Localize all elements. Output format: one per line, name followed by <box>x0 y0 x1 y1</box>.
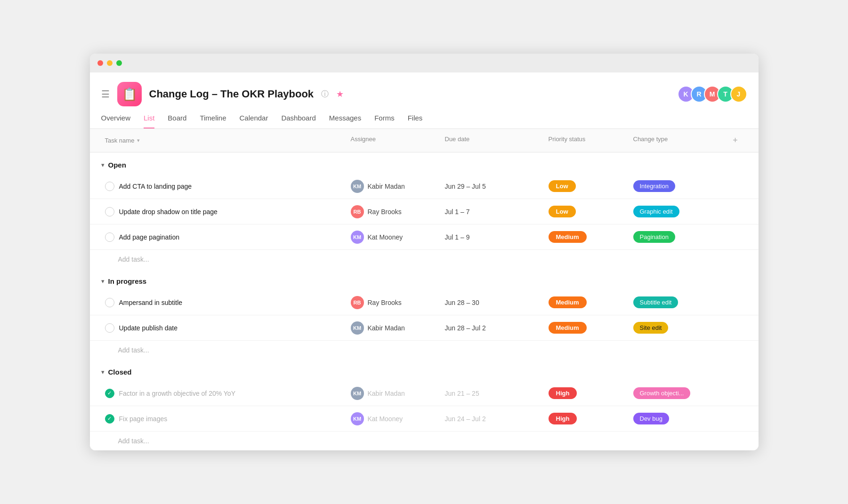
check-icon[interactable] <box>105 207 114 216</box>
assignee-name: Kat Mooney <box>368 415 403 423</box>
tab-list[interactable]: List <box>144 114 154 128</box>
priority-badge: High <box>549 387 577 399</box>
table-row[interactable]: Ampersand in subtitle RB Ray Brooks Jun … <box>90 290 759 315</box>
tab-files[interactable]: Files <box>408 114 423 128</box>
menu-icon[interactable]: ☰ <box>101 88 110 100</box>
assignee-name: Kabir Madan <box>368 324 405 332</box>
section-title: Open <box>108 161 126 169</box>
change-type-cell: Site edit <box>630 318 724 337</box>
minimize-button[interactable] <box>107 60 113 66</box>
section-open: ▾ Open Add CTA to landing page KM Kabir … <box>90 152 759 269</box>
avatar: J <box>730 86 747 103</box>
col-assignee: Assignee <box>347 129 441 152</box>
change-type-badge: Integration <box>633 180 675 192</box>
nav-tabs: Overview List Board Timeline Calendar Da… <box>90 106 759 129</box>
change-type-cell: Integration <box>630 176 724 196</box>
task-name-text: Fix page images <box>119 415 168 423</box>
priority-cell: High <box>545 409 630 428</box>
change-type-badge: Growth objecti... <box>633 387 691 399</box>
priority-badge: Medium <box>549 322 587 334</box>
close-button[interactable] <box>97 60 103 66</box>
add-task-button[interactable]: Add task... <box>90 432 759 450</box>
app-body: ☰ 📋 Change Log – The OKR Playbook ⓘ ★ K … <box>90 72 759 450</box>
add-column-button[interactable]: + <box>724 129 747 152</box>
check-icon[interactable] <box>105 232 114 242</box>
table-row[interactable]: Update drop shadow on title page RB Ray … <box>90 199 759 224</box>
assignee-name: Kabir Madan <box>368 390 405 397</box>
assignee-avatar: RB <box>351 296 364 309</box>
table-row[interactable]: ✓ Factor in a growth objective of 20% Yo… <box>90 381 759 406</box>
change-type-badge: Graphic edit <box>633 206 679 217</box>
task-name-cell: Update publish date <box>101 320 347 336</box>
check-icon[interactable] <box>105 323 114 333</box>
section-title: In progress <box>108 277 147 285</box>
priority-badge: High <box>549 413 577 424</box>
task-name-text: Update drop shadow on title page <box>119 208 218 216</box>
assignee-cell: RB Ray Brooks <box>347 292 441 313</box>
task-name-cell: Add CTA to landing page <box>101 178 347 195</box>
tab-overview[interactable]: Overview <box>101 114 131 128</box>
task-name-text: Add page pagination <box>119 233 179 241</box>
priority-cell: Medium <box>545 318 630 337</box>
table-row[interactable]: Update publish date KM Kabir Madan Jun 2… <box>90 315 759 341</box>
task-name-cell: Add page pagination <box>101 229 347 246</box>
assignee-name: Ray Brooks <box>368 208 402 216</box>
collapse-icon: ▾ <box>101 368 105 376</box>
check-icon[interactable]: ✓ <box>105 389 114 398</box>
priority-badge: Low <box>549 206 576 217</box>
task-name-text: Ampersand in subtitle <box>119 299 183 306</box>
col-priority-status: Priority status <box>545 129 630 152</box>
change-type-cell: Growth objecti... <box>630 384 724 403</box>
section-header-open[interactable]: ▾ Open <box>90 152 759 174</box>
due-date-cell: Jun 28 – 30 <box>441 295 545 310</box>
due-date-cell: Jun 29 – Jul 5 <box>441 179 545 194</box>
app-window: ☰ 📋 Change Log – The OKR Playbook ⓘ ★ K … <box>90 54 759 450</box>
section-title: Closed <box>108 368 132 376</box>
section-header-closed[interactable]: ▾ Closed <box>90 360 759 381</box>
assignee-avatar: RB <box>351 205 364 218</box>
section-closed: ▾ Closed ✓ Factor in a growth objective … <box>90 360 759 450</box>
table-row[interactable]: Add CTA to landing page KM Kabir Madan J… <box>90 174 759 199</box>
sort-arrow-icon[interactable]: ▾ <box>137 137 140 144</box>
star-icon[interactable]: ★ <box>336 89 344 99</box>
tab-timeline[interactable]: Timeline <box>200 114 226 128</box>
info-icon[interactable]: ⓘ <box>321 89 329 99</box>
check-icon[interactable] <box>105 298 114 307</box>
titlebar <box>90 54 759 72</box>
tab-forms[interactable]: Forms <box>374 114 395 128</box>
task-name-cell: ✓ Factor in a growth objective of 20% Yo… <box>101 385 347 402</box>
table-row[interactable]: Add page pagination KM Kat Mooney Jul 1 … <box>90 224 759 250</box>
maximize-button[interactable] <box>116 60 122 66</box>
col-due-date: Due date <box>441 129 545 152</box>
col-change-type: Change type <box>630 129 724 152</box>
sections-container: ▾ Open Add CTA to landing page KM Kabir … <box>90 152 759 450</box>
due-date-cell: Jun 24 – Jul 2 <box>441 411 545 426</box>
add-task-button[interactable]: Add task... <box>90 250 759 269</box>
change-type-badge: Site edit <box>633 322 669 334</box>
section-header-in-progress[interactable]: ▾ In progress <box>90 269 759 290</box>
section-in-progress: ▾ In progress Ampersand in subtitle RB R… <box>90 269 759 360</box>
change-type-cell: Graphic edit <box>630 202 724 221</box>
check-icon[interactable]: ✓ <box>105 414 114 424</box>
due-date-cell: Jul 1 – 9 <box>441 230 545 245</box>
task-name-cell: Ampersand in subtitle <box>101 294 347 311</box>
task-name-text: Add CTA to landing page <box>119 183 192 190</box>
due-date-cell: Jun 21 – 25 <box>441 386 545 401</box>
assignee-avatar: KM <box>351 321 364 335</box>
table-row[interactable]: ✓ Fix page images KM Kat Mooney Jun 24 –… <box>90 406 759 432</box>
tab-messages[interactable]: Messages <box>329 114 361 128</box>
app-icon: 📋 <box>117 82 142 106</box>
assignee-avatar: KM <box>351 180 364 193</box>
avatars-group: K R M T J <box>678 86 747 103</box>
assignee-cell: KM Kabir Madan <box>347 383 441 404</box>
add-task-button[interactable]: Add task... <box>90 341 759 360</box>
change-type-badge: Pagination <box>633 231 675 243</box>
tab-board[interactable]: Board <box>168 114 186 128</box>
assignee-name: Kat Mooney <box>368 233 403 241</box>
tab-dashboard[interactable]: Dashboard <box>281 114 315 128</box>
assignee-cell: KM Kat Mooney <box>347 227 441 248</box>
priority-badge: Low <box>549 180 576 192</box>
assignee-avatar: KM <box>351 412 364 425</box>
tab-calendar[interactable]: Calendar <box>240 114 268 128</box>
check-icon[interactable] <box>105 182 114 191</box>
